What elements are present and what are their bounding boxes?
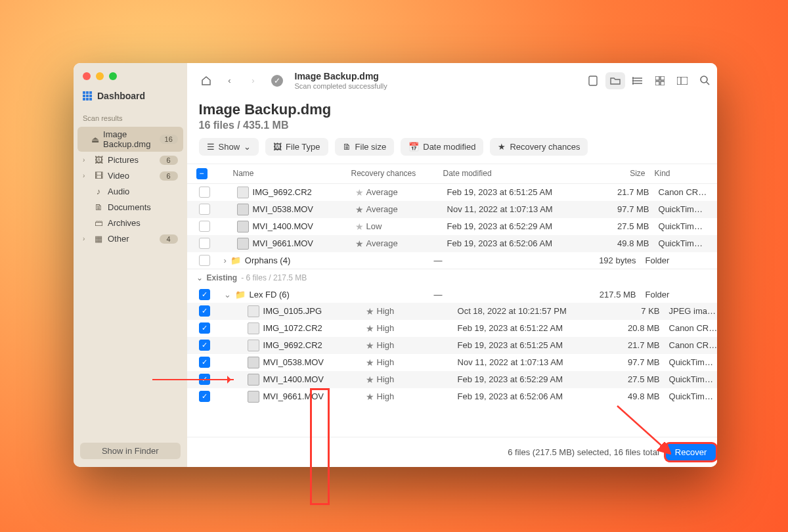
row-checkbox[interactable]: ✓ [199, 289, 210, 300]
recovery-value: High [377, 357, 395, 367]
file-icon [237, 221, 249, 233]
row-checkbox[interactable]: ✓ [199, 305, 210, 317]
recover-button[interactable]: Recover [666, 444, 716, 460]
recovery-chances-filter[interactable]: ★Recovery chances [490, 138, 588, 156]
forward-icon[interactable]: › [246, 74, 261, 88]
count-badge: 16 [160, 135, 178, 144]
kind-value: QuickTim… [649, 221, 717, 231]
table-row[interactable]: IMG_9692.CR2★AverageFeb 19, 2023 at 6:51… [187, 184, 717, 201]
star-icon: ★ [366, 340, 374, 351]
col-size[interactable]: Size [594, 169, 646, 178]
dashboard-label: Dashboard [97, 91, 145, 101]
table-row[interactable]: ✓IMG_0105.JPG★HighOct 18, 2022 at 10:21:… [187, 303, 717, 320]
file-type-filter[interactable]: 🖼File Type [265, 138, 328, 156]
show-filter[interactable]: ☰Show⌄ [199, 138, 259, 156]
window-controls[interactable] [74, 63, 187, 80]
home-icon[interactable] [199, 74, 213, 88]
sidebar-item-other[interactable]: ›▦Other4 [77, 231, 183, 246]
row-checkbox[interactable]: ✓ [199, 391, 210, 402]
existing-group-header[interactable]: ⌄ Existing - 6 files / 217.5 MB [187, 269, 717, 286]
row-checkbox[interactable] [199, 255, 210, 266]
kind-value: Folder [636, 255, 717, 265]
recovery-value: Average [366, 238, 398, 248]
table-row[interactable]: ✓IMG_9692.CR2★HighFeb 19, 2023 at 6:51:2… [187, 337, 717, 354]
date-modified-filter[interactable]: 📅Date modified [401, 138, 483, 156]
row-checkbox[interactable] [199, 187, 210, 198]
row-checkbox[interactable] [199, 204, 210, 215]
sidebar-item-audio[interactable]: ♪Audio [77, 184, 183, 199]
view-list-icon[interactable] [628, 72, 647, 89]
file-type-label: File Type [286, 142, 320, 152]
table-row[interactable]: MVI_0538.MOV★AverageNov 11, 2022 at 1:07… [187, 201, 717, 218]
view-sidebar-icon[interactable] [672, 72, 692, 89]
col-recovery[interactable]: Recovery chances [351, 169, 443, 178]
file-name: MVI_1400.MOV [253, 221, 314, 231]
table-row[interactable]: MVI_9661.MOV★AverageFeb 19, 2023 at 6:52… [187, 235, 717, 252]
table-row[interactable]: MVI_1400.MOV★LowFeb 19, 2023 at 6:52:29 … [187, 218, 717, 235]
view-doc-icon[interactable] [583, 72, 603, 89]
recovery-value: High [377, 374, 395, 384]
back-icon[interactable]: ‹ [223, 74, 237, 88]
table-row[interactable]: ✓MVI_1400.MOV★HighFeb 19, 2023 at 6:52:2… [187, 371, 717, 388]
zoom-icon[interactable] [109, 72, 117, 80]
sidebar-item-video[interactable]: ›🎞Video6 [77, 168, 183, 183]
location-title: Image Backup.dmg [295, 71, 387, 82]
svg-rect-17 [677, 77, 688, 85]
lexfd-folder-row[interactable]: ✓⌄ 📁 Lex FD (6)—217.5 MBFolder [187, 286, 717, 303]
chevron-icon: › [83, 156, 89, 164]
col-name[interactable]: Name [213, 169, 351, 178]
date-value: Nov 11, 2022 at 1:07:13 AM [458, 357, 609, 367]
kind-value: QuickTim… [649, 204, 717, 214]
show-in-finder-button[interactable]: Show in Finder [80, 443, 181, 459]
sidebar-item-image-backup-dmg[interactable]: ⏏Image Backup.dmg16 [77, 127, 183, 152]
kind-value: Canon CR… [660, 323, 717, 333]
date-value: Feb 19, 2023 at 6:52:29 AM [447, 221, 598, 231]
date-value: — [434, 255, 585, 265]
star-icon: ★ [366, 391, 374, 402]
select-all-checkbox[interactable]: − [196, 168, 208, 179]
col-kind[interactable]: Kind [646, 169, 717, 178]
file-icon [237, 238, 249, 250]
sidebar-item-pictures[interactable]: ›🖼Pictures6 [77, 152, 183, 167]
file-name: MVI_0538.MOV [253, 204, 314, 214]
kind-value: QuickTim… [660, 357, 717, 367]
close-icon[interactable] [83, 72, 91, 80]
row-checkbox[interactable] [199, 238, 210, 249]
recovery-value: Average [366, 187, 398, 197]
row-checkbox[interactable]: ✓ [199, 374, 210, 385]
size-value: 49.8 MB [609, 391, 660, 401]
table-row[interactable]: ✓IMG_1072.CR2★HighFeb 19, 2023 at 6:51:2… [187, 320, 717, 337]
date-value: Feb 19, 2023 at 6:51:22 AM [458, 323, 609, 333]
minimize-icon[interactable] [96, 72, 104, 80]
table-row[interactable]: ✓MVI_0538.MOV★HighNov 11, 2022 at 1:07:1… [187, 354, 717, 371]
count-badge: 4 [160, 234, 178, 244]
view-folder-icon[interactable] [605, 72, 625, 89]
svg-point-18 [701, 76, 707, 83]
col-date[interactable]: Date modified [443, 169, 594, 178]
view-grid-icon[interactable] [650, 72, 670, 89]
vid-icon: 🎞 [93, 171, 104, 181]
row-checkbox[interactable]: ✓ [199, 340, 210, 351]
search-icon[interactable] [695, 72, 714, 89]
sidebar-item-archives[interactable]: 🗃Archives [77, 215, 183, 231]
chevron-right-icon: › [224, 255, 227, 265]
file-name: IMG_0105.JPG [263, 306, 322, 316]
table-row[interactable]: ✓MVI_9661.MOV★HighFeb 19, 2023 at 6:52:0… [187, 388, 717, 405]
file-size-filter[interactable]: 🗎File size [335, 138, 395, 156]
sidebar-item-documents[interactable]: 🗎Documents [77, 200, 183, 215]
size-value: 20.8 MB [609, 323, 660, 333]
recovery-value: High [377, 323, 395, 333]
size-value: 21.7 MB [609, 340, 660, 350]
size-value: 217.5 MB [585, 290, 636, 299]
row-checkbox[interactable]: ✓ [199, 357, 210, 368]
dashboard-link[interactable]: Dashboard [74, 80, 187, 112]
row-checkbox[interactable]: ✓ [199, 322, 210, 334]
date-value: Nov 11, 2022 at 1:07:13 AM [447, 204, 598, 214]
svg-rect-16 [661, 81, 665, 85]
count-badge: 6 [160, 171, 178, 181]
svg-rect-8 [89, 98, 92, 100]
row-checkbox[interactable] [199, 221, 210, 232]
arch-icon: 🗃 [93, 218, 104, 228]
app-window: Dashboard Scan results ⏏Image Backup.dmg… [74, 63, 717, 467]
orphans-folder-row[interactable]: › 📁 Orphans (4)—192 bytesFolder [187, 252, 717, 269]
